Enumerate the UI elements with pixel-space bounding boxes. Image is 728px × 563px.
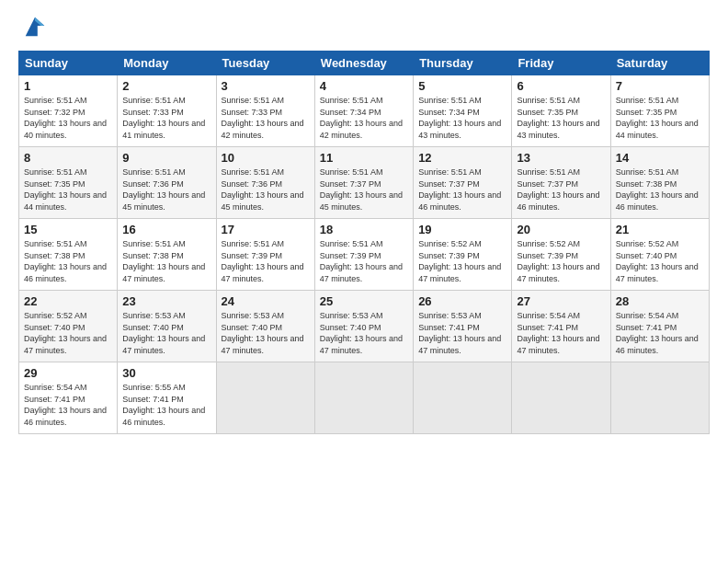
- day-info: Sunrise: 5:55 AMSunset: 7:41 PMDaylight:…: [122, 383, 205, 427]
- calendar-day: 12Sunrise: 5:51 AMSunset: 7:37 PMDayligh…: [414, 147, 512, 219]
- header: [18, 14, 710, 40]
- day-info: Sunrise: 5:51 AMSunset: 7:38 PMDaylight:…: [24, 239, 107, 283]
- day-number: 16: [122, 223, 210, 236]
- weekday-header-tuesday: Tuesday: [216, 52, 314, 75]
- day-info: Sunrise: 5:51 AMSunset: 7:37 PMDaylight:…: [517, 167, 599, 212]
- day-number: 8: [24, 151, 112, 165]
- calendar-day: 11Sunrise: 5:51 AMSunset: 7:37 PMDayligh…: [314, 147, 413, 219]
- day-number: 1: [24, 79, 112, 93]
- day-number: 21: [616, 223, 704, 236]
- day-info: Sunrise: 5:52 AMSunset: 7:39 PMDaylight:…: [517, 239, 599, 283]
- day-info: Sunrise: 5:51 AMSunset: 7:38 PMDaylight:…: [122, 239, 205, 283]
- calendar-day: 7Sunrise: 5:51 AMSunset: 7:35 PMDaylight…: [610, 75, 709, 147]
- day-info: Sunrise: 5:53 AMSunset: 7:40 PMDaylight:…: [122, 311, 205, 355]
- day-number: 20: [517, 223, 605, 236]
- logo-icon: [22, 14, 48, 40]
- day-number: 14: [616, 151, 704, 165]
- day-info: Sunrise: 5:52 AMSunset: 7:39 PMDaylight:…: [418, 239, 501, 283]
- weekday-header-wednesday: Wednesday: [314, 52, 413, 75]
- calendar-day: 14Sunrise: 5:51 AMSunset: 7:38 PMDayligh…: [610, 147, 709, 219]
- day-info: Sunrise: 5:54 AMSunset: 7:41 PMDaylight:…: [616, 311, 699, 355]
- calendar-day: [512, 362, 610, 434]
- weekday-header-friday: Friday: [512, 52, 610, 75]
- weekday-header-saturday: Saturday: [610, 52, 709, 75]
- day-number: 12: [418, 151, 506, 165]
- calendar-day: 22Sunrise: 5:52 AMSunset: 7:40 PMDayligh…: [19, 291, 118, 362]
- day-number: 4: [320, 79, 408, 93]
- day-number: 25: [320, 294, 408, 308]
- day-info: Sunrise: 5:51 AMSunset: 7:38 PMDaylight:…: [616, 167, 699, 212]
- calendar-day: 8Sunrise: 5:51 AMSunset: 7:35 PMDaylight…: [19, 147, 118, 219]
- day-info: Sunrise: 5:51 AMSunset: 7:37 PMDaylight:…: [418, 167, 501, 212]
- day-info: Sunrise: 5:54 AMSunset: 7:41 PMDaylight:…: [24, 383, 107, 427]
- day-info: Sunrise: 5:51 AMSunset: 7:35 PMDaylight:…: [616, 96, 699, 140]
- calendar-day: 27Sunrise: 5:54 AMSunset: 7:41 PMDayligh…: [512, 291, 610, 362]
- day-number: 17: [222, 223, 310, 236]
- day-info: Sunrise: 5:53 AMSunset: 7:40 PMDaylight:…: [222, 311, 304, 355]
- calendar-day: 30Sunrise: 5:55 AMSunset: 7:41 PMDayligh…: [118, 362, 216, 434]
- day-info: Sunrise: 5:54 AMSunset: 7:41 PMDaylight:…: [517, 311, 599, 355]
- day-number: 24: [222, 294, 310, 308]
- day-info: Sunrise: 5:51 AMSunset: 7:34 PMDaylight:…: [418, 96, 501, 140]
- calendar-day: 23Sunrise: 5:53 AMSunset: 7:40 PMDayligh…: [118, 291, 216, 362]
- calendar-day: [414, 362, 512, 434]
- day-info: Sunrise: 5:53 AMSunset: 7:41 PMDaylight:…: [418, 311, 501, 355]
- calendar-day: 16Sunrise: 5:51 AMSunset: 7:38 PMDayligh…: [118, 219, 216, 291]
- calendar-day: 2Sunrise: 5:51 AMSunset: 7:33 PMDaylight…: [118, 75, 216, 147]
- calendar-day: 4Sunrise: 5:51 AMSunset: 7:34 PMDaylight…: [314, 75, 413, 147]
- calendar-day: 10Sunrise: 5:51 AMSunset: 7:36 PMDayligh…: [216, 147, 314, 219]
- calendar-day: 17Sunrise: 5:51 AMSunset: 7:39 PMDayligh…: [216, 219, 314, 291]
- calendar-day: 29Sunrise: 5:54 AMSunset: 7:41 PMDayligh…: [19, 362, 118, 434]
- day-info: Sunrise: 5:51 AMSunset: 7:39 PMDaylight:…: [320, 239, 403, 283]
- calendar-day: 13Sunrise: 5:51 AMSunset: 7:37 PMDayligh…: [512, 147, 610, 219]
- calendar-day: 26Sunrise: 5:53 AMSunset: 7:41 PMDayligh…: [414, 291, 512, 362]
- calendar-week-3: 15Sunrise: 5:51 AMSunset: 7:38 PMDayligh…: [19, 219, 710, 291]
- day-info: Sunrise: 5:51 AMSunset: 7:39 PMDaylight:…: [222, 239, 304, 283]
- calendar-day: 20Sunrise: 5:52 AMSunset: 7:39 PMDayligh…: [512, 219, 610, 291]
- day-number: 6: [517, 79, 605, 93]
- calendar-day: 6Sunrise: 5:51 AMSunset: 7:35 PMDaylight…: [512, 75, 610, 147]
- day-number: 30: [122, 366, 210, 380]
- day-info: Sunrise: 5:53 AMSunset: 7:40 PMDaylight:…: [320, 311, 403, 355]
- calendar-week-2: 8Sunrise: 5:51 AMSunset: 7:35 PMDaylight…: [19, 147, 710, 219]
- day-info: Sunrise: 5:51 AMSunset: 7:36 PMDaylight:…: [222, 167, 304, 212]
- day-info: Sunrise: 5:51 AMSunset: 7:33 PMDaylight:…: [222, 96, 304, 140]
- day-info: Sunrise: 5:51 AMSunset: 7:35 PMDaylight:…: [517, 96, 599, 140]
- day-info: Sunrise: 5:51 AMSunset: 7:37 PMDaylight:…: [320, 167, 403, 212]
- day-number: 19: [418, 223, 506, 236]
- day-info: Sunrise: 5:52 AMSunset: 7:40 PMDaylight:…: [616, 239, 699, 283]
- weekday-header-thursday: Thursday: [414, 52, 512, 75]
- calendar-table: SundayMondayTuesdayWednesdayThursdayFrid…: [18, 51, 710, 434]
- day-number: 13: [517, 151, 605, 165]
- logo: [18, 14, 48, 40]
- calendar-week-1: 1Sunrise: 5:51 AMSunset: 7:32 PMDaylight…: [19, 75, 710, 147]
- day-info: Sunrise: 5:51 AMSunset: 7:36 PMDaylight:…: [122, 167, 205, 212]
- calendar-day: 15Sunrise: 5:51 AMSunset: 7:38 PMDayligh…: [19, 219, 118, 291]
- day-number: 23: [122, 294, 210, 308]
- calendar-day: 25Sunrise: 5:53 AMSunset: 7:40 PMDayligh…: [314, 291, 413, 362]
- main-container: SundayMondayTuesdayWednesdayThursdayFrid…: [0, 0, 728, 443]
- day-number: 18: [320, 223, 408, 236]
- weekday-header-sunday: Sunday: [19, 52, 118, 75]
- day-number: 5: [418, 79, 506, 93]
- day-number: 15: [24, 223, 112, 236]
- day-info: Sunrise: 5:52 AMSunset: 7:40 PMDaylight:…: [24, 311, 107, 355]
- day-number: 29: [24, 366, 112, 380]
- day-info: Sunrise: 5:51 AMSunset: 7:32 PMDaylight:…: [24, 96, 107, 140]
- calendar-day: 21Sunrise: 5:52 AMSunset: 7:40 PMDayligh…: [610, 219, 709, 291]
- day-number: 9: [122, 151, 210, 165]
- calendar-week-4: 22Sunrise: 5:52 AMSunset: 7:40 PMDayligh…: [19, 291, 710, 362]
- calendar-day: [216, 362, 314, 434]
- day-info: Sunrise: 5:51 AMSunset: 7:34 PMDaylight:…: [320, 96, 403, 140]
- calendar-day: 24Sunrise: 5:53 AMSunset: 7:40 PMDayligh…: [216, 291, 314, 362]
- calendar-day: [610, 362, 709, 434]
- day-number: 11: [320, 151, 408, 165]
- day-number: 27: [517, 294, 605, 308]
- day-number: 10: [222, 151, 310, 165]
- day-number: 3: [222, 79, 310, 93]
- calendar-week-5: 29Sunrise: 5:54 AMSunset: 7:41 PMDayligh…: [19, 362, 710, 434]
- day-info: Sunrise: 5:51 AMSunset: 7:33 PMDaylight:…: [122, 96, 205, 140]
- calendar-day: [314, 362, 413, 434]
- day-number: 2: [122, 79, 210, 93]
- calendar-day: 19Sunrise: 5:52 AMSunset: 7:39 PMDayligh…: [414, 219, 512, 291]
